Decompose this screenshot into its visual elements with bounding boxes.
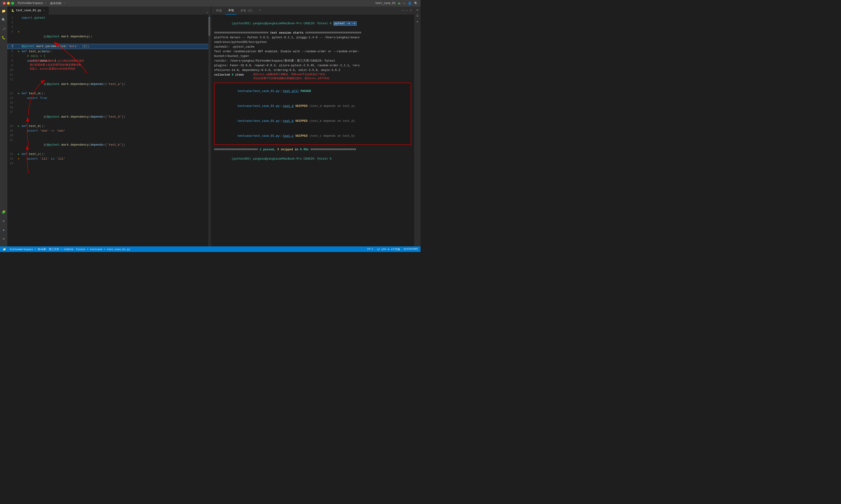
vcs-label[interactable]: 版本控制 bbox=[50, 1, 62, 5]
terminal-plugins-1: plugins: Faker-18.9.0, repeat-0.9.3, all… bbox=[214, 63, 411, 68]
tab-add[interactable]: + bbox=[256, 6, 263, 15]
statusbar-lang[interactable]: python385 bbox=[404, 248, 418, 251]
sidebar-icon-extra1[interactable]: ◈ bbox=[1, 227, 6, 232]
terminal-plugins-2: nfailures-14.0, dependency-0.6.0, orderi… bbox=[214, 68, 411, 73]
code-line-23: 23 ● assert 'lll' is 'lll' bbox=[7, 157, 210, 161]
terminal-action-expand[interactable]: ⤢ bbox=[410, 8, 412, 12]
editor-content: 1 import pytest 2 3 4 bbox=[7, 15, 210, 252]
statusbar-right: 24:1 LF UTF-8 4个空格 python385 bbox=[367, 248, 418, 251]
sidebar-icon-extensions[interactable]: 🧩 bbox=[1, 210, 6, 215]
terminal-panel: 终端 本地 本地 (2) + ⋯ — ⤢ (python385) yangkai… bbox=[211, 6, 414, 252]
run-button[interactable]: ▶ bbox=[398, 1, 401, 5]
code-line-4: 4 ● 1@pytest.mark.dependency() bbox=[7, 30, 210, 43]
terminal-summary: ========================= 1 passed, 3 sk… bbox=[214, 147, 411, 152]
sidebar-icon-files[interactable]: 📁 bbox=[1, 8, 6, 14]
scroll-marker bbox=[208, 17, 210, 18]
terminal-end-prompt: (python385) yangkai@yangkaideMacBook-Pro… bbox=[214, 152, 411, 166]
terminal-command: pytest -v -s bbox=[333, 21, 357, 26]
code-line-3: 3 bbox=[7, 25, 210, 30]
tab-local[interactable]: 本地 bbox=[225, 6, 237, 15]
maximize-button[interactable] bbox=[11, 2, 14, 5]
right-icon-2[interactable]: ☰ bbox=[416, 14, 419, 17]
code-line-2: 2 bbox=[7, 20, 210, 25]
results-box: testcase/test_case_01.py::test_a[1] PASS… bbox=[214, 83, 411, 145]
user-icon[interactable]: 👤 bbox=[408, 2, 411, 5]
spacer bbox=[214, 80, 411, 82]
titlebar-right: test_case_01 ▶ ⋯ 👤 🔍 bbox=[375, 1, 418, 5]
right-sidebar: ⊞ ☰ ◈ bbox=[414, 6, 420, 252]
scroll-thumb[interactable] bbox=[208, 17, 210, 36]
code-line-12: 12 2@pytest.mark.dependency(depends=['te… bbox=[7, 77, 210, 91]
tab-terminal[interactable]: 终端 bbox=[213, 6, 224, 15]
annotation-block-1: 如果这里依赖的是test_a[1]则会全部执行成功 我们直观的看上去这里填写的好… bbox=[30, 59, 84, 71]
code-line-6: 6 ▶ def test_a(data): bbox=[7, 49, 210, 54]
terminal-bucket: bucket=<bucket_type> bbox=[214, 54, 411, 58]
result-line-4: testcase/test_case_01.py::test_c SKIPPED… bbox=[217, 129, 409, 144]
tab-local-2[interactable]: 本地 (2) bbox=[238, 6, 256, 15]
code-line-21: 21 4@pytest.mark.dependency(depends=['te… bbox=[7, 138, 210, 152]
code-line-18: 18 ▶ def test_b(): bbox=[7, 124, 210, 129]
search-icon[interactable]: 🔍 bbox=[414, 2, 418, 5]
sidebar-icon-extra2[interactable]: ⊕ bbox=[1, 236, 6, 241]
annotation-collected: 因为test_a函数使用了参数化，导致node节点信息发生了变化 所以以依赖于它… bbox=[253, 73, 329, 80]
editor-tab-bar: 🐍 test_case_01.py × ⋯ bbox=[7, 6, 210, 15]
more-button[interactable]: ⋯ bbox=[404, 2, 405, 5]
right-icon-3[interactable]: ◈ bbox=[416, 20, 418, 23]
terminal-platform: platform darwin -- Python 3.8.5, pytest-… bbox=[214, 35, 411, 40]
code-line-5: 5 @pytest.mark.parametrize('data', [1]) bbox=[7, 44, 210, 49]
terminal-content: (python385) yangkai@yangkaideMacBook-Pro… bbox=[211, 15, 414, 252]
code-line-19: 19 assert 'ooo' == 'ooo' bbox=[7, 129, 210, 133]
terminal-randomization: Test order randomisation NOT enabled. En… bbox=[214, 49, 411, 54]
terminal-tab-bar: 终端 本地 本地 (2) + ⋯ — ⤢ bbox=[211, 6, 414, 15]
terminal-tab-actions: ⋯ — ⤢ bbox=[402, 8, 412, 12]
code-line-14: 14 assert True bbox=[7, 96, 210, 101]
terminal-action-minimize[interactable]: — bbox=[406, 9, 408, 12]
code-line-17: 17 3@pytest.mark.dependency(depends=['te… bbox=[7, 110, 210, 124]
statusbar-breadcrumb[interactable]: PythonWorkspace > 第49课: 第三方库 > CASE29: P… bbox=[10, 248, 130, 251]
code-line-7: 7 # data = 1 bbox=[7, 54, 210, 58]
terminal-rootdir: rootdir: /Users/yangkai/PythonWorkspace/… bbox=[214, 58, 411, 63]
workspace-name: PythonWorkspace bbox=[18, 2, 43, 5]
sidebar-icon-settings[interactable]: ⚙ bbox=[1, 218, 6, 223]
terminal-session-start: =============================== test ses… bbox=[214, 31, 411, 35]
statusbar: 📁 PythonWorkspace > 第49课: 第三方库 > CASE29:… bbox=[0, 247, 420, 252]
result-line-3: testcase/test_case_01.py::test_b SKIPPED… bbox=[217, 114, 409, 129]
sidebar-icon-git[interactable]: ⎇ bbox=[1, 26, 6, 31]
minimize-button[interactable] bbox=[7, 2, 10, 5]
tab-test-case[interactable]: 🐍 test_case_01.py × bbox=[7, 6, 49, 15]
code-line-15: 15 bbox=[7, 101, 210, 105]
editor-scrollbar[interactable] bbox=[208, 15, 210, 252]
sidebar-icon-debug[interactable]: 🐛 bbox=[1, 35, 6, 40]
terminal-cachedir: cachedir: .pytest_cache bbox=[214, 44, 411, 49]
sidebar: 📁 🔍 ⎇ 🐛 🧩 ⚙ ◈ ⊕ ◎ bbox=[0, 6, 7, 252]
result-line-2: testcase/test_case_01.py::test_d SKIPPED… bbox=[217, 99, 409, 114]
tab-close-button[interactable]: × bbox=[44, 9, 45, 12]
terminal-platform-2: nda3/envs/python385/bin/python bbox=[214, 40, 411, 44]
code-line-20: 20 bbox=[7, 133, 210, 138]
statusbar-position[interactable]: 24:1 bbox=[367, 248, 373, 251]
code-line-24: 24 bbox=[7, 161, 210, 166]
code-line-11: 11 bbox=[7, 73, 210, 77]
right-icon-1[interactable]: ⊞ bbox=[416, 8, 418, 12]
close-button[interactable] bbox=[3, 2, 5, 5]
sidebar-icon-search[interactable]: 🔍 bbox=[1, 17, 6, 22]
filename-label: test_case_01 bbox=[375, 2, 395, 5]
tab-label: test_case_01.py bbox=[16, 9, 41, 12]
code-line-1: 1 import pytest bbox=[7, 16, 210, 20]
titlebar: PythonWorkspace › 版本控制 › test_case_01 ▶ … bbox=[0, 0, 420, 6]
statusbar-folder-icon: 📁 bbox=[3, 248, 6, 251]
python-file-icon: 🐍 bbox=[11, 9, 15, 12]
code-line-22: 22 ▶ def test_c(): bbox=[7, 152, 210, 157]
collected-items-row: collected 4 items 因为test_a函数使用了参数化，导致nod… bbox=[214, 73, 411, 80]
tab-more-actions[interactable]: ⋯ bbox=[206, 11, 210, 15]
traffic-lights bbox=[3, 2, 14, 5]
terminal-prompt: (python385) yangkai@yangkaideMacBook-Pro… bbox=[232, 22, 333, 25]
terminal-prompt-line: (python385) yangkai@yangkaideMacBook-Pro… bbox=[214, 17, 411, 31]
terminal-action-more[interactable]: ⋯ bbox=[402, 8, 404, 12]
statusbar-encoding[interactable]: LF UTF-8 4个空格 bbox=[377, 248, 400, 251]
terminal-collected: collected 4 items bbox=[214, 73, 244, 77]
code-line-16: 16 bbox=[7, 105, 210, 110]
code-line-13: 13 ▶ def test_d(): bbox=[7, 91, 210, 96]
result-line-1: testcase/test_case_01.py::test_a[1] PASS… bbox=[217, 84, 409, 99]
